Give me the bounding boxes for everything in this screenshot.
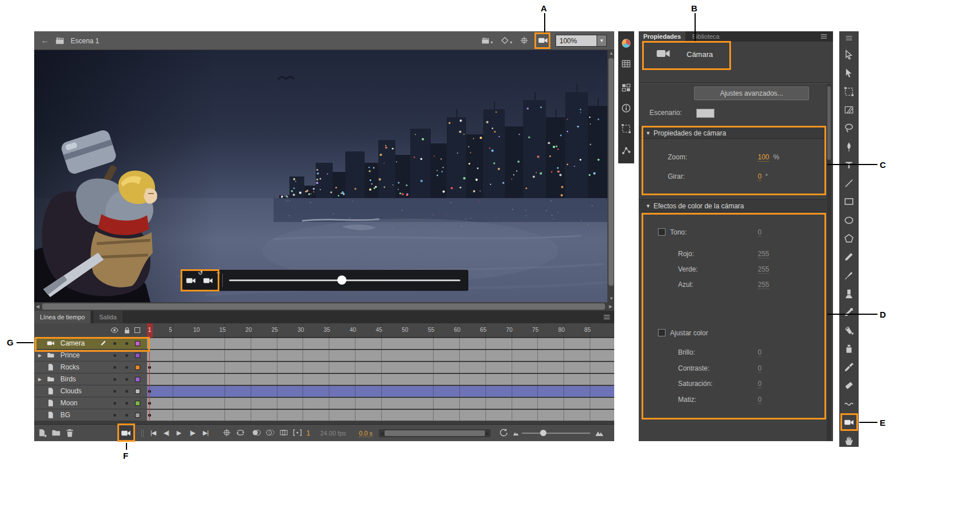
oval-tool[interactable] xyxy=(842,213,856,228)
center-stage-button[interactable] xyxy=(520,36,529,45)
frame-number-15[interactable]: 15 xyxy=(219,327,226,333)
swatches-panel-icon[interactable] xyxy=(621,59,631,69)
tab-timeline[interactable]: Línea de tiempo xyxy=(34,311,91,323)
show-hide-all-layers-icon[interactable] xyxy=(111,326,119,334)
outline-color-swatch[interactable] xyxy=(135,377,140,382)
layer-name-cell-clouds[interactable]: Clouds xyxy=(34,385,147,397)
visibility-dot[interactable] xyxy=(113,366,116,369)
scroll-left-icon[interactable]: ◀ xyxy=(36,305,39,309)
frame-span[interactable] xyxy=(147,362,614,373)
free-transform-tool[interactable] xyxy=(842,84,856,99)
ink-bottle-tool[interactable] xyxy=(842,342,856,356)
hand-tool[interactable] xyxy=(842,433,856,448)
timeline-zoom-in-icon[interactable] xyxy=(595,429,604,438)
lock-dot[interactable] xyxy=(125,378,128,381)
saturation-value[interactable]: 0 xyxy=(758,380,762,388)
camera-properties-section-header[interactable]: ▼ Propiedades de cámara xyxy=(639,126,826,139)
timeline-scroll-right-icon[interactable]: ▶ xyxy=(486,431,489,436)
frame-number-35[interactable]: 35 xyxy=(324,327,330,333)
outline-color-swatch[interactable] xyxy=(135,401,140,406)
timeline-zoom-out-icon[interactable] xyxy=(513,430,519,437)
step-forward-button[interactable]: |▶ xyxy=(190,429,195,437)
frame-number-65[interactable]: 65 xyxy=(480,327,487,333)
frame-number-10[interactable]: 10 xyxy=(193,327,199,333)
vertical-scroll-thumb[interactable] xyxy=(609,58,614,286)
info-panel-icon[interactable] xyxy=(621,103,631,113)
transform-panel-icon[interactable] xyxy=(621,124,631,134)
camera-tool[interactable] xyxy=(842,415,856,430)
playhead[interactable] xyxy=(149,338,150,421)
elapsed-time-indicator[interactable]: 0.0 s xyxy=(359,430,373,437)
timeline-panel-menu-icon[interactable] xyxy=(603,313,611,321)
panel-grip[interactable] xyxy=(141,429,144,437)
frame-number-40[interactable]: 40 xyxy=(350,327,356,333)
stage-zoom-select[interactable]: 100% ▼ xyxy=(556,35,607,47)
timeline-scroll-thumb[interactable] xyxy=(385,430,485,436)
properties-panel-menu-icon[interactable] xyxy=(820,32,828,40)
adjust-color-checkbox[interactable] xyxy=(658,329,665,336)
line-tool[interactable] xyxy=(842,176,856,191)
visibility-dot[interactable] xyxy=(113,414,116,417)
frame-number-1[interactable]: 1 xyxy=(148,327,152,333)
frame-span[interactable] xyxy=(147,338,614,349)
current-frame-indicator[interactable]: 1 xyxy=(301,429,316,437)
scroll-up-icon[interactable]: ▲ xyxy=(609,51,614,56)
edit-symbols-button[interactable] xyxy=(500,36,509,45)
camera-slider-knob[interactable] xyxy=(337,276,346,285)
new-folder-button[interactable] xyxy=(51,428,61,438)
frame-number-70[interactable]: 70 xyxy=(506,327,512,333)
stage-color-swatch[interactable] xyxy=(696,109,714,118)
horizontal-scroll-thumb[interactable] xyxy=(42,303,605,310)
outline-color-swatch[interactable] xyxy=(135,341,140,346)
tools-panel-menu-icon[interactable] xyxy=(845,34,853,42)
add-camera-button[interactable] xyxy=(119,426,133,441)
outline-color-swatch[interactable] xyxy=(135,365,140,370)
tint-checkbox[interactable] xyxy=(658,228,665,236)
scroll-down-icon[interactable]: ▼ xyxy=(609,297,614,301)
scroll-right-icon[interactable]: ▶ xyxy=(609,305,612,309)
lock-dot[interactable] xyxy=(125,402,128,405)
expand-arrow-icon[interactable]: ▶ xyxy=(38,353,42,358)
camera-rotate-button[interactable]: ↺ xyxy=(186,273,201,287)
bone-tool[interactable] xyxy=(842,305,856,319)
lock-dot[interactable] xyxy=(125,354,128,357)
timeline-scroll-left-icon[interactable]: ◀ xyxy=(380,431,383,436)
brightness-value[interactable]: 0 xyxy=(758,348,762,357)
timeline-scrollbar[interactable]: ◀ ▶ xyxy=(379,429,491,437)
onion-skin-button[interactable] xyxy=(252,428,261,437)
frame-number-30[interactable]: 30 xyxy=(297,327,304,333)
color-effects-section-header[interactable]: ▼ Efectos de color de la cámara xyxy=(639,199,826,212)
lasso-tool[interactable] xyxy=(842,121,856,135)
green-value[interactable]: 255 xyxy=(758,265,769,274)
eraser-tool[interactable] xyxy=(842,378,856,393)
outline-color-swatch[interactable] xyxy=(135,389,140,394)
edit-scene-dropdown-icon[interactable]: ▾ xyxy=(491,40,493,45)
zoom-dropdown-arrow-icon[interactable]: ▼ xyxy=(597,35,606,46)
red-value[interactable]: 255 xyxy=(758,250,769,258)
edit-multiple-frames-button[interactable] xyxy=(279,428,288,437)
tab-properties[interactable]: Propiedades xyxy=(639,31,685,42)
outline-color-swatch[interactable] xyxy=(135,353,140,358)
timeline-zoom-knob[interactable] xyxy=(540,430,546,436)
frame-number-85[interactable]: 85 xyxy=(585,327,591,333)
tab-output[interactable]: Salida xyxy=(93,311,122,323)
go-to-first-frame-button[interactable]: |◀ xyxy=(150,429,156,437)
width-tool[interactable] xyxy=(842,397,856,412)
motion-presets-panel-icon[interactable] xyxy=(621,145,631,155)
rectangle-tool[interactable] xyxy=(842,194,856,209)
lock-dot[interactable] xyxy=(125,414,128,417)
frame-span[interactable] xyxy=(147,386,614,397)
visibility-dot[interactable] xyxy=(113,342,116,345)
frame-span[interactable] xyxy=(147,398,614,409)
zoom-value[interactable]: 100 xyxy=(758,153,769,162)
lock-dot[interactable] xyxy=(125,366,128,369)
rotate-value[interactable]: 0 xyxy=(758,172,762,181)
tint-value[interactable]: 0 xyxy=(758,228,762,237)
frame-number-55[interactable]: 55 xyxy=(428,327,434,333)
camera-zoom-button[interactable]: + xyxy=(203,273,218,287)
new-layer-button[interactable] xyxy=(38,428,47,438)
paint-brush-tool[interactable] xyxy=(842,286,856,301)
frame-number-20[interactable]: 20 xyxy=(246,327,252,333)
pencil-tool[interactable] xyxy=(842,249,856,264)
visibility-dot[interactable] xyxy=(113,402,116,405)
